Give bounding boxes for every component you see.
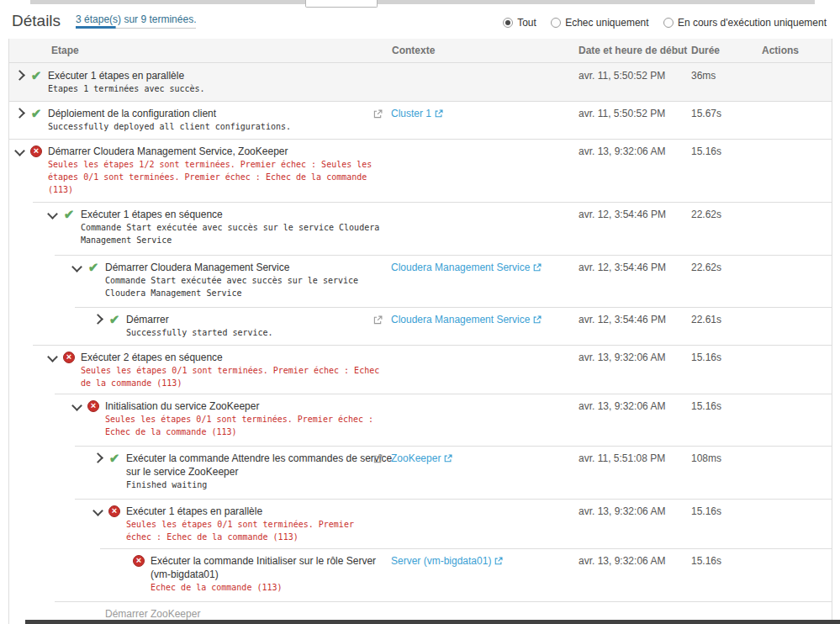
- step-row: × Exécuter 2 étapes en séquence Seules l…: [9, 345, 832, 394]
- step-message: Seules les étapes 0/1 sont terminées. Pr…: [105, 413, 373, 438]
- context-link[interactable]: Cloudera Management Service: [391, 262, 542, 273]
- step-row: ✔ Exécuter 1 étapes en séquence Commande…: [9, 202, 832, 255]
- step-message: Successfully deployed all client configu…: [48, 120, 291, 133]
- context-link-label: Server (vm-bigdata01): [391, 555, 491, 567]
- start-date: avr. 13, 9:32:06 AM: [578, 145, 665, 157]
- status-icon: ✔: [63, 209, 75, 220]
- duration: 15.16s: [691, 352, 721, 363]
- step-title: Initialisation du service ZooKeeper: [105, 399, 373, 413]
- row-separator: [33, 345, 832, 346]
- radio-icon[interactable]: [551, 18, 561, 28]
- start-date: avr. 11, 5:51:08 PM: [578, 452, 665, 464]
- row-separator: [75, 499, 832, 500]
- column-header-date: Date et heure de début: [578, 45, 687, 56]
- table-header: Etape Contexte Date et heure de début Du…: [9, 39, 832, 63]
- step-message: Seules les étapes 0/1 sont terminées. Pr…: [126, 518, 354, 543]
- step-row: ✔ Exécuter 1 étapes en parallèle Etapes …: [9, 63, 832, 101]
- radio-icon[interactable]: [503, 18, 513, 28]
- step-title: Démarrer Cloudera Management Service, Zo…: [48, 145, 372, 158]
- filter-radio-tout[interactable]: Tout: [503, 17, 536, 29]
- step-row: ✔ Démarrer Successfully started service.…: [9, 307, 832, 345]
- step-title: Exécuter la commande Attendre les comman…: [126, 452, 392, 479]
- status-icon: ✔: [108, 314, 120, 325]
- row-separator: [100, 548, 832, 549]
- duration: 108ms: [691, 452, 721, 464]
- start-date: avr. 11, 5:50:52 PM: [578, 70, 665, 82]
- step-title: Démarrer: [126, 313, 273, 326]
- step-title: Démarrer ZooKeeper: [105, 607, 200, 621]
- start-date: avr. 12, 3:54:46 PM: [578, 262, 666, 273]
- table-body: ✔ Exécuter 1 étapes en parallèle Etapes …: [9, 63, 832, 624]
- expand-toggle-icon[interactable]: [47, 352, 58, 362]
- progress-summary: 3 étape(s) sur 9 terminées.: [76, 13, 196, 29]
- filter-label: Tout: [517, 17, 536, 29]
- row-separator: [75, 307, 832, 308]
- external-link-icon: [494, 557, 503, 565]
- step-row: × Démarrer Cloudera Management Service, …: [9, 139, 832, 202]
- step-message: Etapes 1 terminées avec succès.: [48, 82, 205, 95]
- duration: 22.62s: [691, 209, 721, 220]
- context-link-label: ZooKeeper: [391, 452, 441, 464]
- duration: 15.16s: [691, 505, 721, 517]
- filter-radio-echec-uniquement[interactable]: Echec uniquement: [551, 17, 648, 29]
- row-separator: [9, 101, 832, 102]
- start-date: avr. 13, 9:32:06 AM: [578, 505, 665, 517]
- start-date: avr. 11, 5:50:52 PM: [578, 108, 665, 119]
- row-separator: [9, 139, 832, 140]
- expand-toggle-icon[interactable]: [14, 70, 25, 81]
- expand-toggle-icon[interactable]: [71, 262, 82, 272]
- duration: 15.16s: [691, 555, 721, 567]
- page-title: Détails: [12, 12, 61, 30]
- step-title: Démarrer Cloudera Management Service: [105, 261, 358, 274]
- status-icon: ✔: [30, 108, 42, 119]
- step-title: Exécuter 2 étapes en séquence: [81, 351, 379, 364]
- radio-icon[interactable]: [663, 18, 674, 28]
- step-row: ✔ Démarrer Cloudera Management Service C…: [9, 255, 832, 307]
- context-link-label: Cloudera Management Service: [391, 314, 530, 325]
- row-separator: [75, 446, 832, 447]
- external-link-icon: [533, 315, 542, 324]
- duration: 36ms: [691, 70, 716, 82]
- step-row: × Exécuter 1 étapes en parallèle Seules …: [9, 499, 832, 548]
- expand-toggle-icon[interactable]: [71, 400, 82, 411]
- status-icon: ✔: [87, 262, 99, 273]
- step-row: × Exécuter la commande Initialiser sur l…: [9, 548, 832, 601]
- context-link[interactable]: Cloudera Management Service: [391, 314, 542, 325]
- step-title: Déploiement de la configuration client: [48, 107, 291, 120]
- status-icon: ×: [87, 400, 99, 412]
- browser-chrome-strip: [30, 0, 815, 4]
- expand-toggle-icon[interactable]: [14, 108, 25, 119]
- duration: 22.62s: [691, 262, 721, 273]
- expand-toggle-icon[interactable]: [92, 505, 103, 516]
- column-header-etape: Etape: [51, 45, 79, 56]
- start-date: avr. 13, 9:32:06 AM: [578, 555, 665, 567]
- row-separator: [55, 394, 832, 394]
- step-row: × Initialisation du service ZooKeeper Se…: [9, 394, 832, 446]
- start-date: avr. 12, 3:54:46 PM: [578, 209, 666, 220]
- context-link[interactable]: Cluster 1: [391, 108, 443, 119]
- step-message: Finished waiting: [126, 479, 392, 491]
- status-icon: ×: [108, 505, 120, 517]
- step-title: Exécuter 1 étapes en séquence: [81, 208, 379, 221]
- external-link-icon[interactable]: [373, 315, 383, 327]
- taskbar-edge: [25, 620, 840, 624]
- external-link-icon[interactable]: [373, 109, 383, 121]
- step-title: Exécuter 1 étapes en parallèle: [48, 69, 205, 82]
- step-row: ✔ Exécuter la commande Attendre les comm…: [9, 446, 832, 499]
- context-link[interactable]: ZooKeeper: [391, 452, 452, 464]
- details-header: Détails3 étape(s) sur 9 terminées. Tout …: [12, 12, 832, 37]
- filter-label: Echec uniquement: [565, 17, 648, 29]
- expand-toggle-icon[interactable]: [92, 314, 103, 325]
- steps-table: Etape Contexte Date et heure de début Du…: [8, 39, 832, 624]
- external-link-icon: [444, 454, 452, 463]
- expand-toggle-icon[interactable]: [92, 452, 103, 463]
- step-message: Commande Start exécutée avec succès sur …: [81, 221, 379, 246]
- step-title: Exécuter 1 étapes en parallèle: [126, 505, 354, 518]
- external-link-icon[interactable]: [373, 454, 383, 466]
- step-message: Commande Start exécutée avec succès sur …: [105, 274, 358, 299]
- context-link[interactable]: Server (vm-bigdata01): [391, 555, 503, 567]
- filter-radio-en-cours-uniquement[interactable]: En cours d'exécution uniquement: [663, 17, 827, 29]
- expand-toggle-icon[interactable]: [47, 209, 58, 219]
- step-message: Successfully started service.: [126, 326, 273, 339]
- expand-toggle-icon[interactable]: [14, 145, 25, 156]
